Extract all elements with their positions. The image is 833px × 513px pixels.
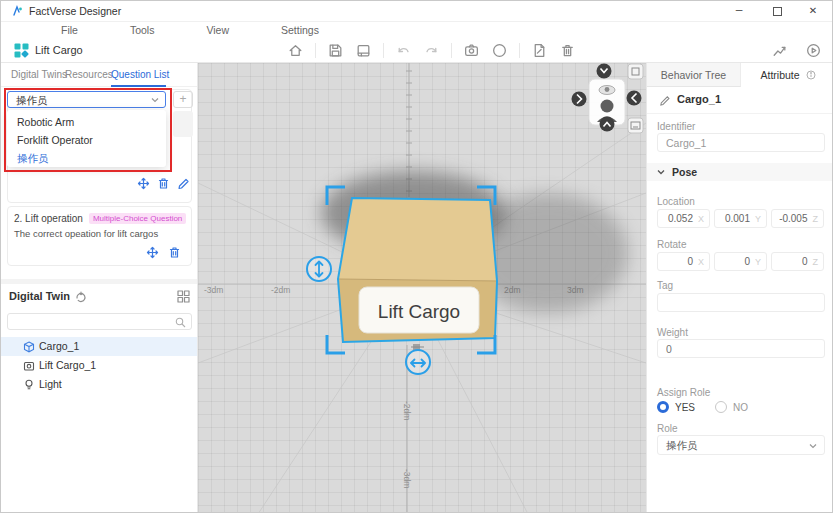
rotate-y-field[interactable]: 0Y [714, 252, 767, 271]
delete-question-icon[interactable] [168, 246, 181, 259]
close-button[interactable]: ✕ [796, 1, 830, 22]
chevron-down-icon [151, 97, 159, 103]
undo-icon[interactable] [395, 42, 412, 59]
toolbar-separator [383, 43, 384, 58]
rename-pencil-icon[interactable] [659, 94, 671, 106]
gizmo-front-view[interactable] [601, 100, 614, 113]
dropdown-option-operator[interactable]: 操作员 [7, 149, 166, 167]
location-z-field[interactable]: -0.005Z [771, 209, 824, 228]
radio-yes[interactable] [657, 401, 669, 413]
info-icon[interactable] [806, 70, 816, 80]
menu-settings[interactable]: Settings [281, 24, 319, 36]
active-tab-underline [111, 85, 166, 87]
run-icon[interactable] [805, 42, 822, 59]
gizmo-rotate-right-button[interactable] [572, 92, 587, 107]
gizmo-rotate-up-button[interactable] [600, 117, 615, 132]
snapshot-icon[interactable] [463, 42, 480, 59]
tab-behavior-tree[interactable]: Behavior Tree [647, 63, 741, 87]
menu-file[interactable]: File [61, 24, 78, 36]
cube-icon [23, 341, 35, 353]
radio-no-label[interactable]: NO [733, 402, 748, 413]
weight-label: Weight [657, 327, 688, 338]
dropdown-option-robotic-arm[interactable]: Robotic Arm [7, 113, 166, 131]
focus-button[interactable] [628, 64, 643, 79]
project-name: Lift Cargo [35, 44, 83, 56]
viewport-3d[interactable]: -3dm -2dm 2dm 3dm -2dm -3dm Lift Cargo [198, 63, 646, 513]
cargo-box[interactable]: Lift Cargo [338, 198, 497, 342]
toolbar: Lift Cargo [1, 38, 832, 63]
trash-icon[interactable] [559, 42, 576, 59]
identifier-input[interactable] [657, 133, 825, 152]
gizmo-rotate-left-button[interactable] [627, 91, 642, 106]
chevron-down-icon [809, 443, 817, 449]
home-icon[interactable] [287, 42, 304, 59]
save-as-icon[interactable] [355, 42, 372, 59]
location-fields: 0.052X 0.001Y -0.005Z [657, 209, 824, 228]
delete-question-icon[interactable] [157, 177, 170, 190]
radio-no[interactable] [715, 401, 727, 413]
move-vertical-handle[interactable] [307, 257, 331, 281]
light-bulb-icon [23, 379, 35, 391]
maximize-icon [773, 7, 782, 16]
tab-resources[interactable]: Resources [65, 69, 113, 80]
keyboard-button[interactable] [628, 118, 643, 133]
maximize-button[interactable] [760, 1, 794, 22]
statistics-icon[interactable] [771, 42, 788, 59]
tab-digital-twins[interactable]: Digital Twins [11, 69, 67, 80]
rotate-z-field[interactable]: 0Z [771, 252, 824, 271]
role-select-value: 操作员 [666, 439, 698, 453]
tree-item-light[interactable]: Light [1, 375, 197, 394]
move-question-icon[interactable] [146, 246, 159, 259]
menu-tools[interactable]: Tools [130, 24, 155, 36]
location-label: Location [657, 196, 695, 207]
question-card-2: 2. Lift operation Multiple-Choice Questi… [7, 206, 192, 266]
minimize-button[interactable]: – [722, 1, 756, 22]
gizmo-rotate-down-button[interactable] [597, 64, 612, 79]
app-logo-icon [11, 5, 24, 18]
panel-divider [1, 279, 197, 284]
title-bar: FactVerse Designer – ✕ [1, 1, 832, 22]
chevron-expand-icon [657, 169, 665, 175]
selected-object-name: Cargo_1 [677, 93, 721, 105]
dropdown-option-forklift-operator[interactable]: Forklift Operator [7, 131, 166, 149]
toolbar-separator [451, 43, 452, 58]
edit-question-icon[interactable] [177, 177, 190, 190]
role-select[interactable]: 操作员 [657, 435, 825, 455]
radio-yes-label[interactable]: YES [675, 402, 695, 413]
add-question-button[interactable]: + [173, 91, 193, 108]
toolbar-center-icons [287, 42, 576, 59]
app-window: FactVerse Designer – ✕ File Tools View S… [0, 0, 833, 513]
layout-grid-icon[interactable] [177, 290, 190, 303]
toolbar-separator [519, 43, 520, 58]
weight-input[interactable] [657, 339, 825, 358]
move-question-icon[interactable] [137, 177, 150, 190]
pose-section-header[interactable]: Pose [647, 163, 833, 181]
tag-input[interactable] [657, 293, 825, 312]
tree-item-cargo[interactable]: Cargo_1 [1, 337, 197, 356]
project-logo-icon [14, 43, 29, 58]
assign-role-radios: YES NO [657, 401, 748, 413]
export-document-icon[interactable] [531, 42, 548, 59]
role-filter-select[interactable]: 操作员 [7, 91, 166, 108]
twin-search-input[interactable] [12, 315, 170, 328]
save-icon[interactable] [327, 42, 344, 59]
rotate-x-field[interactable]: 0X [657, 252, 710, 271]
rotate-handle[interactable] [406, 344, 430, 374]
globe-icon[interactable] [491, 42, 508, 59]
redo-icon[interactable] [423, 42, 440, 59]
menu-view[interactable]: View [206, 24, 229, 36]
tree-item-lift-cargo[interactable]: Lift Cargo_1 [1, 356, 197, 375]
question-title: 2. Lift operation [14, 213, 83, 224]
location-x-field[interactable]: 0.052X [657, 209, 710, 228]
left-sidebar: Digital Twins Resources Question List 操作… [1, 63, 198, 513]
collapsed-control [173, 111, 193, 137]
sync-icon[interactable] [75, 291, 87, 303]
location-y-field[interactable]: 0.001Y [714, 209, 767, 228]
attribute-panel: Behavior Tree Attribute Cargo_1 Identifi… [646, 63, 833, 513]
tab-attribute[interactable]: Attribute [741, 63, 833, 87]
axis-label: -3dm [204, 285, 223, 295]
role-filter-value: 操作员 [16, 94, 48, 108]
tab-question-list[interactable]: Question List [111, 69, 169, 80]
twin-search-box[interactable] [7, 313, 192, 330]
question-description: The correct opeation for lift cargos [8, 224, 191, 243]
